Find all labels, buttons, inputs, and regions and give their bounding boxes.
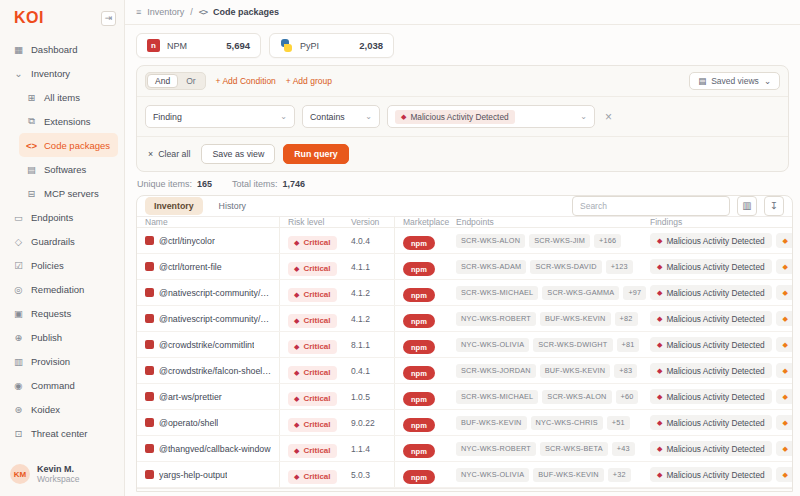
risk-badge: ◆ Critical xyxy=(288,262,337,276)
tab-history[interactable]: History xyxy=(210,197,255,215)
operator-select[interactable]: Contains ⌄ xyxy=(302,105,380,128)
endpoint-more-chip[interactable]: +43 xyxy=(612,442,635,456)
finding-label: Exfils Cl xyxy=(792,236,793,246)
npm-card[interactable]: n NPM 5,694 xyxy=(136,33,261,58)
clear-all-button[interactable]: × Clear all xyxy=(145,149,193,159)
finding-label: Malicious Activity Detected xyxy=(666,262,764,272)
run-query-button[interactable]: Run query xyxy=(283,144,349,164)
risk-label: Critical xyxy=(303,290,330,299)
main-content: ≡ Inventory / <> Code packages n NPM 5,6… xyxy=(125,0,800,496)
sidebar-item-label: Endpoints xyxy=(31,212,73,223)
sidebar-item-label: Requests xyxy=(31,308,71,319)
breadcrumb-page: Code packages xyxy=(213,7,279,17)
sidebar-item-provision[interactable]: ▥ Provision xyxy=(6,349,118,373)
sidebar-item-command[interactable]: ◉ Command xyxy=(6,373,118,397)
marketplace-badge: npm xyxy=(403,314,435,328)
risk-badge: ◆ Critical xyxy=(288,418,337,432)
field-select-value: Finding xyxy=(153,112,182,122)
risk-label: Critical xyxy=(303,368,330,377)
exfils-diamond-icon: ◆ xyxy=(783,419,788,426)
saved-views-button[interactable]: ▤ Saved views ⌄ xyxy=(689,72,780,90)
sidebar-item-dashboard[interactable]: ▦ Dashboard xyxy=(6,37,118,61)
endpoint-more-chip[interactable]: +60 xyxy=(616,390,639,404)
package-version: 1.1.4 xyxy=(351,444,370,454)
col-name: Name xyxy=(137,217,280,227)
exfils-diamond-icon: ◆ xyxy=(783,315,788,322)
sidebar-item-all-items[interactable]: ⊞ All items xyxy=(19,85,118,109)
sidebar-item-extensions[interactable]: ⧉ Extensions xyxy=(19,109,118,133)
filter-panel: And Or + Add Condition + Add group ▤ Sav… xyxy=(136,65,789,172)
package-version: 0.4.1 xyxy=(351,366,370,376)
finding-badge-exfils: ◆ Exfils Cl xyxy=(776,259,793,274)
sidebar-item-threat-center[interactable]: ⊡ Threat center xyxy=(6,421,118,445)
field-select[interactable]: Finding ⌄ xyxy=(145,105,295,128)
endpoint-chip: SCR-WKS-BETA xyxy=(540,442,608,456)
logic-or-button[interactable]: Or xyxy=(178,74,203,88)
endpoint-chip: NYC-WKS-ROBERT xyxy=(456,312,536,326)
sidebar-collapse-icon[interactable]: ⇥ xyxy=(101,11,116,26)
remove-condition-icon[interactable]: × xyxy=(602,110,615,124)
endpoint-more-chip[interactable]: +82 xyxy=(615,312,638,326)
table-row[interactable]: @crowdstrike/falcon-shoelace ◆ Critical … xyxy=(137,358,792,384)
critical-diamond-icon: ◆ xyxy=(294,343,299,350)
endpoint-more-chip[interactable]: +123 xyxy=(606,260,633,274)
sidebar-item-icon: ⊛ xyxy=(13,404,24,415)
sidebar-item-policies[interactable]: ☑ Policies xyxy=(6,253,118,277)
sidebar-item-mcp-servers[interactable]: ⊟ MCP servers xyxy=(19,181,118,205)
add-group-link[interactable]: + Add group xyxy=(286,76,332,86)
sidebar-item-softwares[interactable]: ▤ Softwares xyxy=(19,157,118,181)
package-icon xyxy=(145,418,154,427)
endpoint-more-chip[interactable]: +81 xyxy=(617,338,640,352)
sidebar-item-code-packages[interactable]: <> Code packages xyxy=(19,133,118,157)
logic-and-button[interactable]: And xyxy=(147,74,178,88)
download-icon[interactable]: ↧ xyxy=(764,196,784,216)
table-row[interactable]: @thangved/callback-window ◆ Critical 1.1… xyxy=(137,436,792,462)
marketplace-cards: n NPM 5,694 PyPI 2,038 xyxy=(125,25,800,65)
endpoint-more-chip[interactable]: +166 xyxy=(594,234,621,248)
package-name: @thangved/callback-window xyxy=(159,444,271,454)
critical-diamond-icon: ◆ xyxy=(294,447,299,454)
sidebar-item-remediation[interactable]: ◎ Remediation xyxy=(6,277,118,301)
sidebar-item-koidex[interactable]: ⊛ Koidex xyxy=(6,397,118,421)
package-icon xyxy=(145,236,154,245)
endpoint-more-chip[interactable]: +32 xyxy=(608,468,631,482)
finding-badge-malicious: ◆ Malicious Activity Detected xyxy=(650,259,772,274)
package-name: @crowdstrike/falcon-shoelace xyxy=(159,366,273,376)
package-icon xyxy=(145,366,154,375)
breadcrumb-section[interactable]: Inventory xyxy=(147,7,184,17)
finding-badge-exfils: ◆ Exfils Cl xyxy=(776,311,793,326)
tab-inventory[interactable]: Inventory xyxy=(145,197,203,215)
sidebar-item-label: Extensions xyxy=(44,116,90,127)
pypi-card[interactable]: PyPI 2,038 xyxy=(269,33,394,58)
table-row[interactable]: @ctrl/torrent-file ◆ Critical 4.1.1 npm … xyxy=(137,254,792,280)
endpoint-more-chip[interactable]: +51 xyxy=(607,416,630,430)
table-row[interactable]: yargs-help-output ◆ Critical 5.0.3 npm N… xyxy=(137,462,792,488)
columns-icon[interactable]: ▥ xyxy=(737,196,757,216)
sidebar-item-publish[interactable]: ⊕ Publish xyxy=(6,325,118,349)
table-row[interactable]: @crowdstrike/commitlint ◆ Critical 8.1.1… xyxy=(137,332,792,358)
table-row[interactable]: @nativescript-community/sentry ◆ Critica… xyxy=(137,306,792,332)
save-as-view-button[interactable]: Save as view xyxy=(201,144,275,164)
malicious-diamond-icon: ◆ xyxy=(657,393,662,400)
finding-label: Exfils Cl xyxy=(792,392,793,402)
add-condition-link[interactable]: + Add Condition xyxy=(216,76,276,86)
sidebar-item-guardrails[interactable]: ◇ Guardrails xyxy=(6,229,118,253)
table-row[interactable]: @art-ws/prettier ◆ Critical 1.0.5 npm SC… xyxy=(137,384,792,410)
table-row[interactable]: @ctrl/tinycolor ◆ Critical 4.0.4 npm SCR… xyxy=(137,228,792,254)
sidebar-item-label: Provision xyxy=(31,356,70,367)
sidebar-item-inventory[interactable]: ⌄ Inventory xyxy=(6,61,118,85)
malicious-diamond-icon: ◆ xyxy=(657,367,662,374)
table-row[interactable]: @operato/shell ◆ Critical 9.0.22 npm BUF… xyxy=(137,410,792,436)
npm-card-count: 5,694 xyxy=(226,40,250,51)
search-input[interactable] xyxy=(572,196,730,216)
table-row[interactable]: @nativescript-community/ui-image ◆ Criti… xyxy=(137,280,792,306)
sidebar-item-icon: ⊞ xyxy=(26,92,37,103)
workspace-user[interactable]: KM Kevin M. Workspace xyxy=(0,454,124,496)
sidebar-item-requests[interactable]: ▣ Requests xyxy=(6,301,118,325)
value-select[interactable]: ◆ Malicious Activity Detected ⌄ xyxy=(387,105,595,128)
endpoint-more-chip[interactable]: +83 xyxy=(614,364,637,378)
sidebar-item-endpoints[interactable]: ▭ Endpoints xyxy=(6,205,118,229)
endpoint-chip: NYC-WKS-ROBERT xyxy=(456,442,536,456)
package-name: @ctrl/tinycolor xyxy=(159,236,215,246)
sidebar-item-label: Remediation xyxy=(31,284,84,295)
